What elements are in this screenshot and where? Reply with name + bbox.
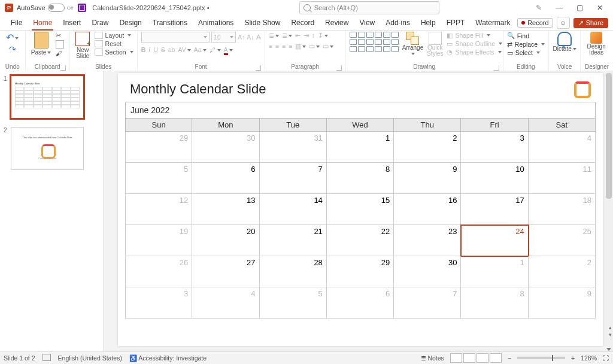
language-button[interactable]: English (United States) (58, 354, 122, 362)
calendar-cell[interactable]: 6 (327, 287, 394, 318)
scrollbar-thumb[interactable] (606, 73, 612, 199)
calendar-cell[interactable]: 12 (125, 194, 192, 225)
calendar-cell[interactable]: 4 (529, 132, 596, 163)
calendar-body[interactable]: 2930311234567891011121314151617181920212… (125, 132, 596, 318)
tab-record[interactable]: Record (286, 16, 319, 30)
tab-help[interactable]: Help (416, 16, 441, 30)
slide-canvas[interactable]: Monthly Calendar Slide June 2022 SunMonT… (118, 73, 603, 346)
calendar-cell[interactable]: 25 (529, 225, 596, 256)
calendar-cell[interactable]: 29 (125, 132, 192, 163)
calendar-cell[interactable]: 19 (125, 225, 192, 256)
paragraph-launcher-icon[interactable] (336, 65, 342, 71)
slide-position[interactable]: Slide 1 of 2 (4, 354, 35, 362)
calendar-cell[interactable]: 26 (125, 256, 192, 287)
document-title[interactable]: CalendarSlide-20220624_175042.pptx • (92, 4, 209, 11)
thumbnail-panel[interactable]: 1 Monthly Calendar Slide 2 (0, 71, 104, 352)
layout-button[interactable]: Layout (95, 32, 133, 39)
dec-indent-button[interactable]: ⇤ (295, 32, 301, 39)
zoom-out-button[interactable]: − (508, 354, 511, 362)
copy-button[interactable] (56, 40, 64, 48)
accessibility-button[interactable]: ♿ Accessibility: Investigate (129, 354, 207, 362)
notes-button[interactable]: ≣ Notes (421, 354, 444, 362)
shapes-gallery[interactable] (350, 32, 399, 52)
calendar-cell[interactable]: 30 (192, 132, 259, 163)
slide-canvas-area[interactable]: Monthly Calendar Slide June 2022 SunMonT… (104, 71, 613, 352)
fit-to-window-button[interactable]: ⛶ (603, 354, 609, 362)
calendar-cell[interactable]: 9 (529, 287, 596, 318)
drawing-launcher-icon[interactable] (494, 65, 499, 71)
tab-home[interactable]: Home (28, 16, 57, 30)
calendar-cell[interactable]: 7 (394, 287, 461, 318)
format-painter-button[interactable]: 🖌 (56, 50, 64, 57)
calendar-cell[interactable]: 31 (260, 132, 327, 163)
undo-button[interactable]: ↶ (6, 32, 19, 43)
calendar-cell[interactable]: 2 (529, 256, 596, 287)
calendar-table[interactable]: June 2022 SunMonTueWedThuFriSat 29303112… (125, 102, 596, 318)
record-button[interactable]: Record (517, 18, 553, 28)
autosave-toggle[interactable]: AutoSave Off (17, 4, 73, 12)
clipboard-launcher-icon[interactable] (60, 65, 66, 71)
cut-button[interactable]: ✂ (56, 32, 64, 39)
underline-button[interactable]: U (153, 46, 158, 53)
bold-button[interactable]: B (141, 46, 146, 53)
prev-slide-button[interactable]: ▴ (609, 324, 612, 330)
zoom-value[interactable]: 126% (581, 354, 597, 362)
calendar-cell[interactable]: 14 (260, 194, 327, 225)
slideshow-view-button[interactable] (490, 353, 502, 363)
shadow-button[interactable]: ab (168, 46, 175, 53)
tab-design[interactable]: Design (114, 16, 146, 30)
font-launcher-icon[interactable] (256, 65, 261, 71)
spellcheck-button[interactable] (43, 354, 51, 362)
scroll-down-icon[interactable] (606, 348, 611, 351)
calendar-caption[interactable]: June 2022 (125, 102, 596, 118)
paste-button[interactable]: Paste (29, 32, 53, 56)
zoom-in-button[interactable]: + (571, 354, 575, 362)
thumbnail-slide-1[interactable]: 1 Monthly Calendar Slide (4, 75, 99, 119)
dictate-button[interactable]: Dictate (553, 32, 576, 52)
normal-view-button[interactable] (450, 353, 462, 363)
calendar-cell[interactable]: 9 (394, 163, 461, 194)
highlight-button[interactable]: 🖍 (210, 46, 221, 53)
calendar-cell[interactable]: 16 (394, 194, 461, 225)
font-size-combo[interactable]: 10 (211, 32, 236, 43)
bullets-button[interactable]: ≣ (269, 32, 279, 39)
numbering-button[interactable]: ≣ (282, 32, 292, 39)
font-color-button[interactable]: A (224, 46, 233, 53)
maximize-button[interactable]: ▢ (570, 1, 589, 14)
calendar-cell[interactable]: 21 (260, 225, 327, 256)
calendar-cell[interactable]: 20 (192, 225, 259, 256)
tab-slideshow[interactable]: Slide Show (239, 16, 285, 30)
feedback-button[interactable]: ☺ (557, 17, 570, 29)
char-spacing-button[interactable]: AV (178, 46, 190, 53)
tab-review[interactable]: Review (320, 16, 353, 30)
calendar-cell[interactable]: 30 (394, 256, 461, 287)
calendar-cell[interactable]: 3 (125, 287, 192, 318)
line-spacing-button[interactable]: ↕ (312, 32, 315, 39)
calendar-cell[interactable]: 22 (327, 225, 394, 256)
sorter-view-button[interactable] (463, 353, 475, 363)
shape-effects-button[interactable]: ◔Shape Effects (447, 48, 502, 56)
tab-view[interactable]: View (354, 16, 380, 30)
inc-indent-button[interactable]: ⇥ (304, 32, 309, 39)
calendar-cell[interactable]: 28 (260, 256, 327, 287)
section-button[interactable]: Section (95, 48, 133, 56)
calendar-cell[interactable]: 5 (125, 163, 192, 194)
calendar-cell[interactable]: 6 (192, 163, 259, 194)
tab-animations[interactable]: Animations (193, 16, 238, 30)
calendar-cell[interactable]: 1 (461, 256, 528, 287)
reading-view-button[interactable] (477, 353, 488, 363)
calendar-cell[interactable]: 8 (327, 163, 394, 194)
change-case-button[interactable]: Aa (194, 46, 207, 53)
find-button[interactable]: 🔍Find (507, 32, 545, 40)
calendar-cell[interactable]: 5 (260, 287, 327, 318)
calendar-cell[interactable]: 1 (327, 132, 394, 163)
align-text-button[interactable]: ▭ (309, 43, 320, 50)
tab-transitions[interactable]: Transitions (148, 16, 192, 30)
calendar-cell[interactable]: 10 (461, 163, 528, 194)
italic-button[interactable]: I (148, 46, 150, 53)
quick-styles-button[interactable]: Quick Styles (427, 32, 443, 57)
thumb-preview[interactable]: This slide was downloaded from CalendarS… (11, 127, 84, 170)
calendar-cell[interactable]: 8 (461, 287, 528, 318)
calendar-cell[interactable]: 24 (461, 225, 528, 256)
minimize-button[interactable]: — (550, 1, 569, 14)
